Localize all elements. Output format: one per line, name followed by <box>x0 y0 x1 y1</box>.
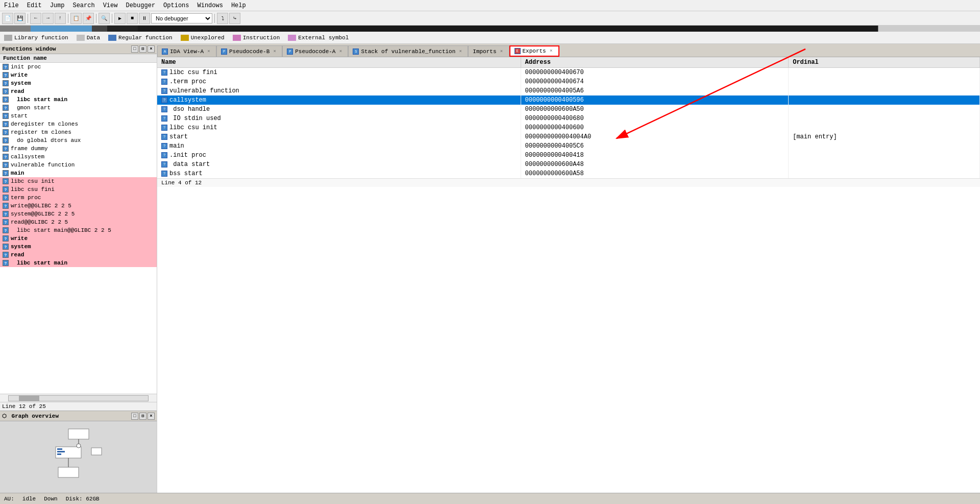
table-row[interactable]: ?callsystem0000000000400596 <box>157 95 980 105</box>
function-item[interactable]: ?system <box>0 243 157 251</box>
table-row[interactable]: ?main00000000004005C6 <box>157 141 980 151</box>
table-row[interactable]: ?.init proc0000000000400418 <box>157 151 980 160</box>
toolbar-new-btn[interactable]: 📄 <box>2 13 13 24</box>
table-row[interactable]: ? dso handle0000000000600A50 <box>157 105 980 114</box>
tab-stack-close[interactable]: × <box>457 49 463 55</box>
function-item[interactable]: ?read@@GLIBC 2 2 5 <box>0 218 157 226</box>
function-item[interactable]: ?vulnerable function <box>0 161 157 169</box>
function-item[interactable]: ?term proc <box>0 194 157 202</box>
tab-stack[interactable]: S Stack of vulnerable_function × <box>348 45 468 57</box>
toolbar-back-btn[interactable]: ← <box>30 13 41 24</box>
table-row[interactable]: ?libc csu init0000000000400600 <box>157 123 980 132</box>
tab-pseudocode-b-label: Pseudocode-B <box>229 49 270 55</box>
func-name: write <box>11 72 28 78</box>
tab-imports-close[interactable]: × <box>499 49 505 55</box>
menu-jump[interactable]: Jump <box>48 1 67 10</box>
toolbar-search-btn[interactable]: 🔍 <box>99 13 110 24</box>
graph-float-btn[interactable]: ⊡ <box>139 413 146 420</box>
minimize-btn[interactable]: □ <box>131 45 138 53</box>
function-item[interactable]: ?do global dtors aux <box>0 136 157 145</box>
graph-canvas[interactable] <box>0 421 157 493</box>
table-row[interactable]: ? data start0000000000600A48 <box>157 160 980 169</box>
function-item[interactable]: ?libc start main <box>0 95 157 104</box>
toolbar-copy-btn[interactable]: 📋 <box>70 13 82 24</box>
function-item[interactable]: ?write@@GLIBC 2 2 5 <box>0 202 157 210</box>
graph-close-btn[interactable]: × <box>148 413 155 420</box>
exports-tbody: ?libc csu fini0000000000400670?.term pro… <box>157 68 980 179</box>
table-row[interactable]: ?bss start0000000000600A58 <box>157 169 980 178</box>
func-name: do global dtors aux <box>11 137 81 143</box>
table-row[interactable]: ? IO stdin used0000000000400680 <box>157 114 980 123</box>
toolbar-next-btn[interactable]: ⤷ <box>229 13 240 24</box>
toolbar-run-btn[interactable]: ▶ <box>114 13 126 24</box>
function-item[interactable]: ?main <box>0 169 157 177</box>
toolbar-step-btn[interactable]: ⤵ <box>217 13 228 24</box>
h-scrollbar[interactable] <box>0 394 157 402</box>
function-item[interactable]: ?libc csu fini <box>0 185 157 194</box>
tab-ida-view-a[interactable]: A IDA View-A × <box>157 45 216 57</box>
function-name-header: Function name <box>3 55 47 61</box>
toolbar-paste-btn[interactable]: 📌 <box>83 13 94 24</box>
toolbar-stop-btn[interactable]: ■ <box>127 13 138 24</box>
function-item[interactable]: ?read <box>0 251 157 259</box>
close-btn[interactable]: × <box>148 45 155 53</box>
menu-edit[interactable]: Edit <box>25 1 44 10</box>
graph-minimize-btn[interactable]: □ <box>131 413 138 420</box>
toolbar-pause-btn[interactable]: ⏸ <box>139 13 150 24</box>
function-item[interactable]: ?gmon start <box>0 104 157 112</box>
function-item[interactable]: ?init proc <box>0 63 157 71</box>
function-item[interactable]: ?libc start main@@GLIBC 2 2 5 <box>0 226 157 234</box>
toolbar-forward-btn[interactable]: → <box>42 13 54 24</box>
row-name: ?callsystem <box>157 95 521 105</box>
menu-options[interactable]: Options <box>161 1 191 10</box>
toolbar-sep2 <box>68 14 68 23</box>
menu-view[interactable]: View <box>101 1 120 10</box>
tab-pseudocode-a[interactable]: P Pseudocode-A × <box>282 45 348 57</box>
table-row[interactable]: ?start0000000000004004A0[main entry] <box>157 132 980 141</box>
function-item[interactable]: ?system@@GLIBC 2 2 5 <box>0 210 157 218</box>
tab-pseudocode-b[interactable]: P Pseudocode-B × <box>216 45 282 57</box>
tab-exports[interactable]: E Exports × <box>509 45 559 57</box>
function-item[interactable]: ?system <box>0 79 157 87</box>
row-icon: ? <box>161 79 167 85</box>
tab-exports-close[interactable]: × <box>548 48 554 54</box>
menu-search[interactable]: Search <box>70 1 96 10</box>
stack-tab-icon: S <box>353 49 359 55</box>
function-item[interactable]: ?libc csu init <box>0 177 157 185</box>
row-name: ?vulnerable function <box>157 86 521 95</box>
functions-list[interactable]: ?init proc?write?system?read?libc start … <box>0 63 157 394</box>
menu-windows[interactable]: Windows <box>195 1 225 10</box>
function-item[interactable]: ?write <box>0 234 157 243</box>
function-item[interactable]: ?read <box>0 87 157 95</box>
tab-pseudo-b-close[interactable]: × <box>272 49 278 55</box>
float-btn[interactable]: ⊡ <box>139 45 146 53</box>
func-icon: ? <box>2 129 9 136</box>
status-down: Down <box>44 496 57 502</box>
menu-help[interactable]: Help <box>229 1 248 10</box>
toolbar-save-btn[interactable]: 💾 <box>14 13 26 24</box>
table-row[interactable]: ?.term proc0000000000400674 <box>157 77 980 86</box>
debugger-dropdown[interactable]: No debugger <box>151 13 212 23</box>
tab-ida-close[interactable]: × <box>206 49 212 55</box>
scroll-thumb[interactable] <box>19 396 39 401</box>
function-item[interactable]: ?callsystem <box>0 153 157 161</box>
legend-instruction-label: Instruction <box>243 35 280 41</box>
function-item[interactable]: ?deregister tm clones <box>0 120 157 128</box>
tab-imports[interactable]: Imports × <box>468 45 509 57</box>
tab-pseudo-a-close[interactable]: × <box>337 49 344 55</box>
function-item[interactable]: ?start <box>0 112 157 120</box>
toolbar-up-btn[interactable]: ↑ <box>55 13 66 24</box>
menu-debugger[interactable]: Debugger <box>124 1 157 10</box>
function-item[interactable]: ?register tm clones <box>0 128 157 136</box>
search-input[interactable] <box>878 25 980 32</box>
table-row[interactable]: ?libc csu fini0000000000400670 <box>157 68 980 78</box>
legend-instruction: Instruction <box>233 35 280 41</box>
table-row[interactable]: ?vulnerable function00000000004005A6 <box>157 86 980 95</box>
function-item[interactable]: ?write <box>0 71 157 79</box>
function-item[interactable]: ?frame dummy <box>0 145 157 153</box>
scroll-track[interactable] <box>8 395 149 401</box>
menu-file[interactable]: File <box>2 1 21 10</box>
function-item[interactable]: ?libc start main <box>0 259 157 267</box>
func-name: system <box>11 244 31 250</box>
status-disk: Disk: 62GB <box>66 496 100 502</box>
